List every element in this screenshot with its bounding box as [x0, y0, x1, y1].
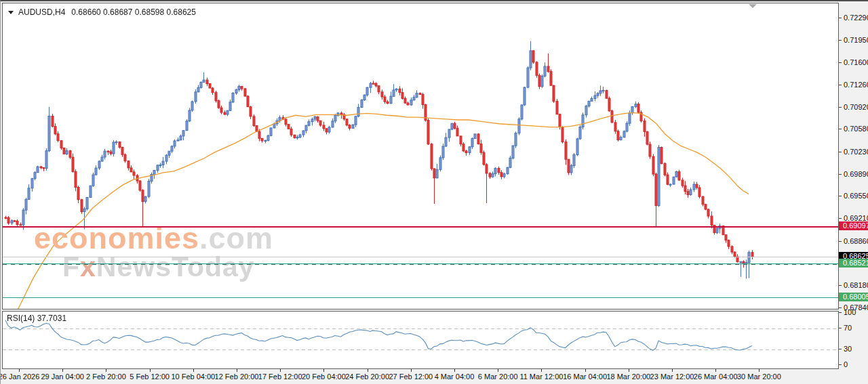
time-tick-mark — [106, 369, 106, 372]
price-tick-mark — [839, 152, 842, 152]
price-tick-label: 0.70230 — [844, 148, 868, 156]
rsi-scale-label: 70 — [844, 324, 852, 332]
ohlc-low: 0.68598 — [135, 7, 164, 17]
rsi-scale-label: 100 — [844, 308, 856, 316]
watermark-rest: NewsToday — [96, 251, 255, 282]
time-tick-label: 2 Feb 20:00 — [86, 372, 126, 381]
rsi-scale-label: 0 — [844, 360, 848, 368]
time-tick-mark — [368, 369, 368, 372]
time-tick-label: 29 Jan 04:00 — [41, 372, 84, 381]
price-tick-label: 0.72290 — [844, 14, 868, 22]
support-line-2[interactable] — [3, 297, 838, 298]
symbol-name: AUDUSD,H4 — [18, 7, 65, 17]
price-tick-mark — [839, 18, 842, 18]
time-axis[interactable]: 26 Jan 202629 Jan 04:002 Feb 20:005 Feb … — [1, 369, 868, 384]
time-tick-mark — [411, 369, 412, 372]
time-tick-label: 26 Jan 2026 — [0, 372, 39, 381]
price-tick-label: 0.70580 — [844, 125, 868, 133]
price-tick-mark — [839, 129, 842, 129]
watermark-fxnewstoday: FxNewsToday — [62, 253, 255, 281]
price-tick-mark — [839, 196, 842, 196]
ohlc-close: 0.68625 — [167, 7, 196, 17]
support-line-1-dashed-overlay — [3, 264, 838, 265]
price-tick-mark — [839, 174, 842, 175]
price-tick-label: 0.71950 — [844, 36, 868, 44]
time-tick-label: 18 Mar 20:00 — [606, 372, 650, 381]
top-marker-triangle-icon — [749, 4, 757, 8]
price-badge-0.69097: 0.69097 — [839, 221, 868, 230]
price-axis[interactable]: 0.722900.719500.716000.712600.709200.705… — [839, 1, 868, 369]
time-tick-label: 20 Feb 04:00 — [302, 372, 346, 381]
time-tick-mark — [629, 369, 629, 372]
time-tick-mark — [193, 369, 194, 372]
price-tick-label: 0.71600 — [844, 58, 868, 66]
symbol-dropdown-icon[interactable] — [8, 11, 14, 14]
time-tick-label: 12 Feb 20:00 — [215, 372, 259, 381]
time-tick-mark — [323, 369, 324, 372]
resistance-line[interactable] — [3, 226, 838, 228]
bid-price-line[interactable] — [3, 257, 838, 257]
time-tick-mark — [280, 369, 281, 372]
price-tick-mark — [839, 62, 842, 63]
price-badge-0.68521: 0.68521 — [839, 259, 868, 268]
price-badge-0.68005: 0.68005 — [839, 293, 868, 301]
price-pane[interactable]: economies.com FxNewsToday AUDUSD,H40.686… — [2, 3, 839, 310]
time-tick-mark — [237, 369, 237, 372]
ohlc-high: 0.68687 — [103, 7, 132, 17]
time-tick-mark — [541, 369, 542, 372]
price-tick-label: 0.68860 — [844, 237, 868, 245]
rsi-legend: RSI(14) 37.7031 — [7, 314, 66, 323]
time-tick-mark — [759, 369, 760, 372]
time-tick-mark — [454, 369, 455, 372]
price-tick-mark — [839, 107, 842, 108]
time-tick-mark — [62, 369, 63, 372]
price-tick-label: 0.71260 — [844, 81, 868, 89]
price-tick-label: 0.70920 — [844, 103, 868, 111]
ohlc-open: 0.68660 — [71, 7, 100, 17]
price-tick-mark — [839, 285, 842, 286]
time-tick-label: 24 Feb 20:00 — [345, 372, 389, 381]
rsi-tick-mark — [839, 312, 842, 313]
price-tick-label: 0.69550 — [844, 192, 868, 200]
rsi-canvas[interactable] — [3, 312, 838, 368]
rsi-tick-mark — [839, 349, 842, 349]
symbol-legend: AUDUSD,H40.68660 0.68687 0.68598 0.68625 — [8, 7, 196, 17]
price-tick-mark — [839, 307, 842, 308]
time-tick-label: 23 Mar 12:00 — [650, 372, 694, 381]
rsi-tick-mark — [839, 364, 842, 365]
time-tick-mark — [585, 369, 586, 372]
watermark-x: x — [80, 251, 96, 282]
rsi-pane[interactable]: RSI(14) 37.7031 — [2, 311, 839, 369]
time-tick-label: 30 Mar 20:00 — [737, 372, 781, 381]
rsi-tick-mark — [839, 328, 842, 328]
time-tick-label: 17 Feb 12:00 — [258, 372, 302, 381]
time-tick-label: 6 Mar 20:00 — [478, 372, 518, 381]
time-tick-label: 4 Mar 04:00 — [435, 372, 475, 381]
price-tick-mark — [839, 241, 842, 242]
time-tick-label: 10 Feb 04:00 — [171, 372, 215, 381]
price-tick-label: 0.69890 — [844, 170, 868, 178]
time-tick-label: 5 Feb 12:00 — [130, 372, 170, 381]
chart-window: economies.com FxNewsToday AUDUSD,H40.686… — [0, 0, 868, 384]
price-tick-mark — [839, 40, 842, 41]
time-tick-mark — [19, 369, 20, 372]
rsi-value: 37.7031 — [37, 314, 66, 323]
time-tick-mark — [150, 369, 151, 372]
price-tick-label: 0.68180 — [844, 281, 868, 289]
time-tick-label: 16 Mar 04:00 — [563, 372, 607, 381]
time-tick-label: 27 Feb 12:00 — [389, 372, 433, 381]
rsi-scale-label: 30 — [844, 345, 852, 353]
watermark-f: F — [62, 251, 80, 282]
time-tick-mark — [498, 369, 498, 372]
time-tick-label: 26 Mar 04:00 — [694, 372, 738, 381]
time-tick-mark — [715, 369, 716, 372]
time-tick-label: 11 Mar 12:00 — [519, 372, 563, 381]
price-tick-mark — [839, 85, 842, 85]
time-tick-mark — [672, 369, 673, 372]
rsi-label: RSI(14) — [7, 314, 35, 323]
price-tick-mark — [839, 218, 842, 219]
